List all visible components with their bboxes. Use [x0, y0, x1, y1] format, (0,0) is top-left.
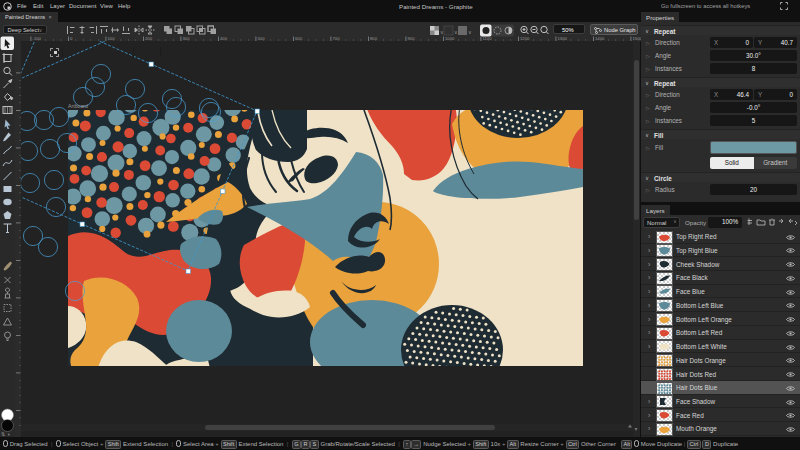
svg-text:100: 100	[108, 36, 116, 41]
svg-text:500: 500	[258, 36, 266, 41]
svg-text:300: 300	[183, 36, 191, 41]
svg-text:1100: 1100	[483, 36, 493, 41]
svg-text:900: 900	[408, 36, 416, 41]
svg-text:1200: 1200	[520, 36, 530, 41]
svg-text:400: 400	[220, 36, 228, 41]
svg-text:700: 700	[333, 36, 341, 41]
svg-text:200: 200	[145, 36, 153, 41]
svg-text:◐: ◐	[8, 431, 11, 437]
svg-text:600: 600	[295, 36, 303, 41]
svg-text:1000: 1000	[445, 36, 455, 41]
svg-text:1300: 1300	[558, 36, 568, 41]
svg-text:-100: -100	[33, 36, 42, 41]
svg-text:1400: 1400	[595, 36, 605, 41]
svg-text:⇅: ⇅	[1, 431, 5, 437]
svg-text:800: 800	[370, 36, 378, 41]
svg-text:Artboard: Artboard	[68, 103, 88, 109]
